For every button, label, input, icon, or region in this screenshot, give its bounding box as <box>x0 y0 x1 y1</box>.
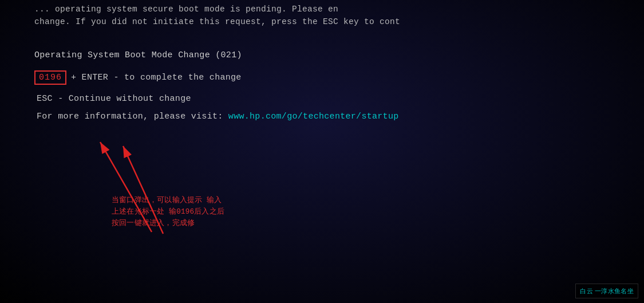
boot-mode-title: Operating System Boot Mode Change (021) <box>34 50 610 60</box>
main-content: ... operating system secure boot mode is… <box>0 0 644 121</box>
enter-text: + ENTER - to complete the change <box>71 73 242 82</box>
enter-instruction-row: 0196 + ENTER - to complete the change <box>34 70 610 85</box>
code-value: 0196 <box>34 70 66 85</box>
annotation-text: 当窗口弹出，可以输入提示 输入 上述在光标一处 输0196后入之后 按回一键就进… <box>112 195 224 229</box>
watermark-text: 白云 一淳水鱼名坐 <box>580 288 634 294</box>
top-text-line1: ... operating system secure boot mode is… <box>34 3 610 16</box>
watermark: 白云 一淳水鱼名坐 <box>575 284 638 298</box>
info-url: www.hp.com/go/techcenter/startup <box>228 112 399 121</box>
annotation-line3: 按回一键就进入，完成修 <box>112 218 224 229</box>
esc-instruction: ESC - Continue without change <box>34 94 610 104</box>
top-text-line2: change. If you did not initiate this req… <box>34 16 610 29</box>
info-line: For more information, please visit: www.… <box>34 112 610 121</box>
annotation-line2: 上述在光标一处 输0196后入之后 <box>112 206 224 218</box>
watermark-box: 白云 一淳水鱼名坐 <box>575 284 638 298</box>
info-prefix: For more information, please visit: <box>37 112 228 121</box>
bios-screen: ... operating system secure boot mode is… <box>0 0 644 303</box>
annotation-line1: 当窗口弹出，可以输入提示 输入 <box>112 195 224 206</box>
top-text-block: ... operating system secure boot mode is… <box>34 0 610 29</box>
